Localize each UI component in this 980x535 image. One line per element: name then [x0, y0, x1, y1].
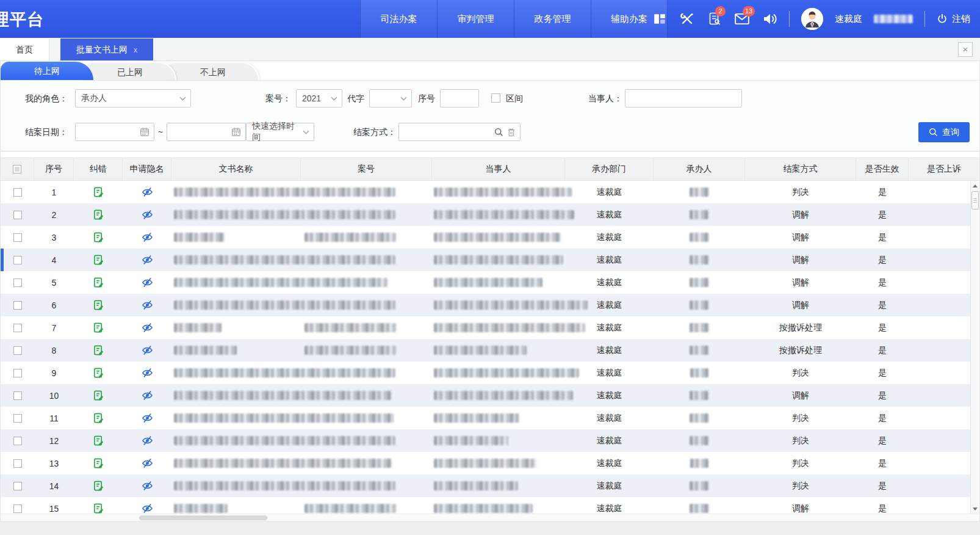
correction-icon[interactable] — [74, 407, 123, 429]
interval-checkbox[interactable] — [491, 93, 500, 103]
row-checkbox[interactable] — [13, 211, 22, 219]
case-year-select[interactable]: 2021 — [296, 89, 342, 107]
anonymize-icon[interactable] — [123, 271, 171, 294]
close-mode-input[interactable] — [398, 123, 521, 141]
row-checkbox[interactable] — [13, 391, 22, 400]
correction-icon[interactable] — [74, 497, 123, 514]
trash-icon[interactable] — [507, 128, 516, 137]
row-checkbox[interactable] — [13, 346, 22, 355]
handler-redacted — [654, 316, 745, 339]
table-row[interactable]: 6 速裁庭 调解 是 — [1, 294, 979, 316]
horizontal-scrollbar[interactable] — [1, 514, 979, 522]
table-row[interactable]: 2 速裁庭 调解 是 — [1, 203, 979, 226]
case-serial-input[interactable] — [440, 89, 479, 107]
dashboard-icon[interactable] — [652, 11, 668, 27]
header-select-all[interactable] — [1, 158, 34, 180]
row-checkbox[interactable] — [13, 188, 22, 197]
anonymize-icon[interactable] — [123, 362, 171, 384]
tools-icon[interactable] — [679, 11, 695, 27]
table-row[interactable]: 1 速裁庭 判决 是 — [1, 181, 979, 203]
hscrollbar-thumb[interactable] — [139, 515, 267, 520]
table-row[interactable]: 15 速裁庭 调解 是 — [1, 497, 979, 514]
correction-icon[interactable] — [74, 294, 123, 316]
quick-time-select[interactable]: 快速选择时间 — [246, 123, 314, 141]
logout-button[interactable]: 注销 — [937, 13, 970, 25]
anonymize-icon[interactable] — [123, 384, 171, 407]
tab-home[interactable]: 首页 — [0, 38, 49, 60]
anonymize-icon[interactable] — [123, 339, 171, 362]
row-checkbox[interactable] — [13, 437, 22, 445]
anonymize-icon[interactable] — [123, 181, 171, 203]
correction-icon[interactable] — [74, 452, 123, 475]
row-checkbox[interactable] — [13, 301, 22, 310]
anonymize-icon[interactable] — [123, 249, 171, 271]
nav-item-trial-management[interactable]: 审判管理 — [437, 0, 514, 38]
row-checkbox[interactable] — [13, 459, 22, 468]
correction-icon[interactable] — [74, 249, 123, 271]
table-row[interactable]: 8 速裁庭 按撤诉处理 是 — [1, 339, 979, 362]
anonymize-icon[interactable] — [123, 452, 171, 475]
table-row[interactable]: 10 速裁庭 调解 是 — [1, 384, 979, 407]
correction-icon[interactable] — [74, 384, 123, 407]
mail-icon[interactable]: 13 — [734, 11, 750, 27]
table-row[interactable]: 5 速裁庭 调解 是 — [1, 271, 979, 294]
anonymize-icon[interactable] — [123, 475, 171, 497]
close-date-end-input[interactable] — [167, 123, 246, 141]
document-audit-icon[interactable]: 2 — [707, 11, 722, 27]
case-code-select[interactable] — [369, 89, 412, 107]
anonymize-icon[interactable] — [123, 407, 171, 429]
row-checkbox[interactable] — [13, 414, 22, 423]
anonymize-icon[interactable] — [123, 203, 171, 226]
row-checkbox[interactable] — [13, 233, 22, 242]
row-checkbox[interactable] — [13, 504, 22, 513]
correction-icon[interactable] — [74, 429, 123, 452]
nav-item-government-affairs[interactable]: 政务管理 — [514, 0, 591, 38]
select-all-checkbox[interactable] — [13, 165, 21, 173]
tab-batch-document-publish[interactable]: 批量文书上网x — [60, 38, 153, 60]
table-row[interactable]: 13 速裁庭 判决 是 — [1, 452, 979, 475]
subtab-excluded[interactable]: 不上网 — [167, 62, 259, 80]
subtab-pending[interactable]: 待上网 — [1, 62, 93, 80]
table-row[interactable]: 7 速裁庭 按撤诉处理 是 — [1, 316, 979, 339]
vertical-scrollbar[interactable] — [970, 181, 979, 514]
subtab-published[interactable]: 已上网 — [84, 62, 176, 80]
correction-icon[interactable] — [74, 271, 123, 294]
table-row[interactable]: 11 速裁庭 判决 是 — [1, 407, 979, 429]
correction-icon[interactable] — [74, 316, 123, 339]
correction-icon[interactable] — [74, 362, 123, 384]
anonymize-icon[interactable] — [123, 316, 171, 339]
query-button[interactable]: 查询 — [918, 122, 970, 142]
scroll-up-arrow[interactable] — [971, 181, 979, 191]
row-checkbox[interactable] — [13, 482, 22, 490]
close-date-start-input[interactable] — [75, 123, 154, 141]
row-checkbox[interactable] — [13, 324, 22, 332]
party-input[interactable] — [625, 89, 742, 107]
tab-close-icon[interactable]: x — [134, 46, 137, 54]
anonymize-icon[interactable] — [123, 294, 171, 316]
anonymize-icon[interactable] — [123, 497, 171, 514]
anonymize-icon[interactable] — [123, 226, 171, 249]
correction-icon[interactable] — [74, 475, 123, 497]
correction-icon[interactable] — [74, 203, 123, 226]
speaker-icon[interactable] — [762, 11, 777, 27]
table-row[interactable]: 4 速裁庭 调解 是 — [1, 249, 979, 271]
correction-icon[interactable] — [74, 226, 123, 249]
role-select[interactable]: 承办人 — [75, 89, 191, 107]
search-icon[interactable] — [494, 128, 503, 137]
table-row[interactable]: 9 速裁庭 判决 是 — [1, 362, 979, 384]
correction-icon[interactable] — [74, 181, 123, 203]
anonymize-icon[interactable] — [123, 429, 171, 452]
table-row[interactable]: 14 速裁庭 判决 是 — [1, 475, 979, 497]
panel-close-icon[interactable]: × — [958, 42, 973, 57]
table-row[interactable]: 3 速裁庭 调解 是 — [1, 226, 979, 249]
table-row[interactable]: 12 速裁庭 判决 是 — [1, 429, 979, 452]
scrollbar-thumb[interactable] — [971, 191, 979, 209]
avatar[interactable] — [801, 8, 823, 30]
nav-item-judicial-case[interactable]: 司法办案 — [360, 0, 437, 38]
correction-icon[interactable] — [74, 339, 123, 362]
row-checkbox[interactable] — [13, 369, 22, 377]
role-label: 我的角色： — [25, 89, 68, 107]
scroll-down-arrow[interactable] — [971, 504, 979, 514]
row-checkbox[interactable] — [13, 278, 22, 287]
row-checkbox[interactable] — [13, 256, 22, 264]
